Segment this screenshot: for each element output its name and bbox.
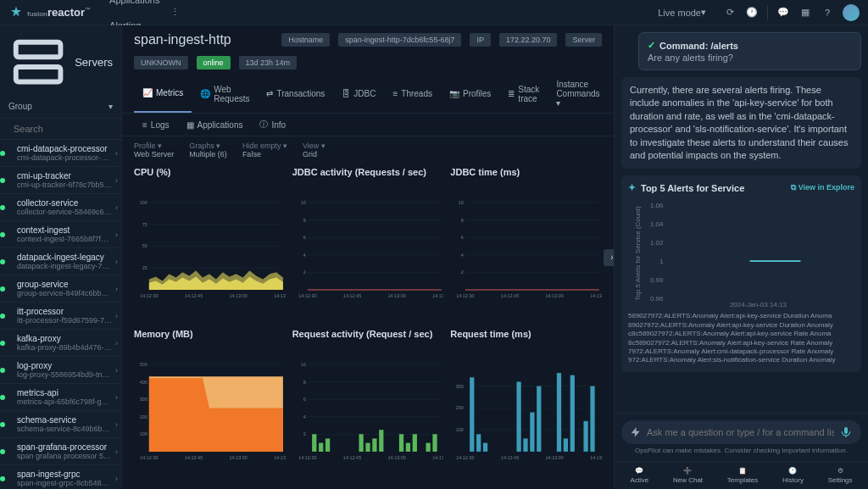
svg-text:14:13:00: 14:13:00 — [546, 293, 564, 298]
chat-footer-settings[interactable]: ⚙Settings — [828, 467, 853, 484]
vertical-dots-icon[interactable]: ⋮ — [168, 6, 181, 19]
spark-icon: ✦ — [628, 182, 636, 193]
svg-rect-73 — [312, 434, 316, 452]
svg-text:4: 4 — [303, 414, 305, 420]
footer-icon: ➕ — [683, 467, 692, 475]
tab-metrics[interactable]: 📈Metrics — [134, 75, 192, 113]
chat-footer-templates[interactable]: 📋Templates — [727, 467, 758, 484]
svg-text:14:13:00: 14:13:00 — [387, 293, 405, 298]
server-item[interactable]: cmi-up-trackercmi-up-tracker-6f78c7bb5b-… — [0, 167, 121, 194]
clock-icon[interactable]: 🕐 — [745, 6, 759, 19]
chart-title: JDBC activity (Requests / sec) — [292, 164, 444, 181]
view-in-explore-link[interactable]: ⧉ View in Explore — [791, 183, 854, 192]
server-item[interactable]: context-ingestcontext-ingest-7665b8f7fd-… — [0, 221, 121, 248]
svg-text:2024-Jan-03 14:13: 2024-Jan-03 14:13 — [730, 301, 787, 308]
svg-text:200: 200 — [140, 414, 147, 420]
chat-icon[interactable]: 💬 — [776, 6, 790, 19]
filter-view[interactable]: View ▾Grid — [303, 142, 326, 158]
hostname-label: Hostname — [281, 33, 330, 47]
avatar[interactable] — [843, 4, 860, 21]
subtab-logs[interactable]: ≡Logs — [134, 114, 178, 136]
footer-icon: ⚙ — [837, 467, 843, 475]
server-item[interactable]: schema-serviceschema-service-8c49b6bc56-… — [0, 411, 121, 438]
help-icon[interactable]: ? — [821, 6, 834, 19]
server-item[interactable]: collector-servicecollector-service-58469… — [0, 194, 121, 221]
server-item[interactable]: cmi-datapack-processorcmi-datapack-proce… — [0, 140, 121, 167]
filter-profile[interactable]: Profile ▾Web Server — [134, 142, 174, 158]
refresh-icon[interactable]: ⟳ — [723, 6, 737, 19]
chat-footer-history[interactable]: 🕐History — [782, 467, 804, 484]
svg-rect-0 — [16, 42, 61, 58]
svg-text:6: 6 — [461, 235, 464, 240]
chevron-right-icon: › — [115, 339, 118, 347]
svg-text:14:13:00: 14:13:00 — [230, 455, 248, 460]
subtab-info[interactable]: ⓘInfo — [251, 114, 294, 136]
mic-icon[interactable] — [839, 425, 853, 439]
svg-text:6: 6 — [303, 235, 305, 240]
chat-footer-new-chat[interactable]: ➕New Chat — [673, 467, 703, 484]
svg-rect-82 — [372, 438, 376, 451]
svg-text:14:12:30: 14:12:30 — [457, 455, 475, 460]
svg-rect-114 — [537, 386, 541, 452]
server-item[interactable]: metrics-apimetrics-api-65bf6c798f-ggktf› — [0, 384, 121, 411]
server-item[interactable]: itt-processoritt-processor-f59d67599-7ht… — [0, 303, 121, 330]
instance-commands[interactable]: Instance Commands ▾ — [548, 75, 608, 113]
chevron-right-icon: › — [115, 231, 118, 239]
tab-threads[interactable]: ≡Threads — [384, 75, 441, 113]
tab-jdbc[interactable]: 🗄JDBC — [333, 75, 384, 113]
tab-stack-trace[interactable]: ≣Stack trace — [499, 75, 548, 113]
grid-icon[interactable]: ▦ — [798, 6, 812, 19]
tab-icon: 🌐 — [200, 89, 210, 98]
subtab-applications[interactable]: ▦Applications — [178, 114, 252, 136]
svg-text:14:13:15: 14:13:15 — [591, 455, 602, 460]
svg-text:14:12:45: 14:12:45 — [343, 455, 361, 460]
filter-hide-empty[interactable]: Hide empty ▾False — [242, 142, 287, 158]
tab-profiles[interactable]: 📷Profiles — [441, 75, 499, 113]
svg-text:100: 100 — [140, 200, 147, 205]
server-item[interactable]: kafka-proxykafka-proxy-89b4b4d476-qdp58› — [0, 330, 121, 357]
server-item[interactable]: span-grafana-processorspan grafana proce… — [0, 438, 121, 465]
svg-text:100: 100 — [456, 427, 464, 432]
server-item[interactable]: datapack-ingest-legacydatapack-ingest-le… — [0, 248, 121, 275]
svg-rect-86 — [399, 434, 403, 452]
chat-disclaimer: OpsPilot can make mistakes. Consider che… — [621, 447, 861, 454]
chevron-right-icon: › — [115, 447, 118, 456]
server-item[interactable]: log-proxylog-proxy-5586954bd9-tnzsq› — [0, 357, 121, 384]
topnav-applications[interactable]: Applications — [101, 0, 168, 13]
svg-rect-117 — [557, 373, 561, 452]
svg-rect-1 — [16, 67, 61, 82]
svg-text:2: 2 — [461, 270, 464, 275]
live-mode-toggle[interactable]: Live mode ▾ — [649, 0, 715, 25]
filter-graphs[interactable]: Graphs ▾Multiple (6) — [189, 142, 227, 158]
tab-web-requests[interactable]: 🌐Web Requests — [192, 75, 258, 113]
svg-text:14:12:45: 14:12:45 — [501, 455, 519, 460]
svg-rect-133 — [844, 427, 848, 434]
tab-transactions[interactable]: ⇄Transactions — [258, 75, 333, 113]
chart: JDBC time (ms)24681014:12:3014:12:4514:1… — [450, 164, 602, 319]
logo: fusionreactor™ — [8, 5, 91, 20]
subtab-icon: ⓘ — [259, 119, 268, 131]
chart-title: Request activity (Request / sec) — [292, 325, 444, 342]
svg-text:4: 4 — [461, 253, 464, 258]
svg-text:8: 8 — [303, 380, 305, 385]
chart-title: Request time (ms) — [450, 325, 602, 342]
chevron-right-icon: › — [115, 393, 118, 402]
server-item[interactable]: group-servicegroup-service-849f4c6bb9-b8… — [0, 275, 121, 303]
tab-icon: ≡ — [392, 89, 398, 98]
group-selector[interactable]: Group▾ — [0, 98, 121, 118]
chevron-right-icon: › — [115, 258, 118, 266]
svg-text:14:13:15: 14:13:15 — [591, 293, 602, 298]
server-item[interactable]: span-ingest-grpcspan-ingest-grpc-8cb548c… — [0, 465, 121, 489]
chat-input[interactable] — [647, 427, 834, 437]
next-page-button[interactable]: › — [604, 249, 614, 266]
svg-text:14:12:30: 14:12:30 — [140, 293, 158, 298]
logo-icon — [8, 5, 24, 20]
lightning-icon[interactable] — [630, 426, 642, 438]
search-input[interactable] — [14, 124, 131, 134]
svg-text:14:12:45: 14:12:45 — [501, 293, 519, 298]
alerts-panel: ✦ Top 5 Alerts for Service ⧉ View in Exp… — [621, 175, 861, 371]
chat-footer-active[interactable]: 💬Active — [630, 467, 648, 484]
chart-title: Memory (MB) — [134, 325, 286, 342]
chart: Request activity (Request / sec)24681014… — [292, 325, 444, 481]
chart: Request time (ms)10020030014:12:3014:12:… — [450, 325, 602, 481]
